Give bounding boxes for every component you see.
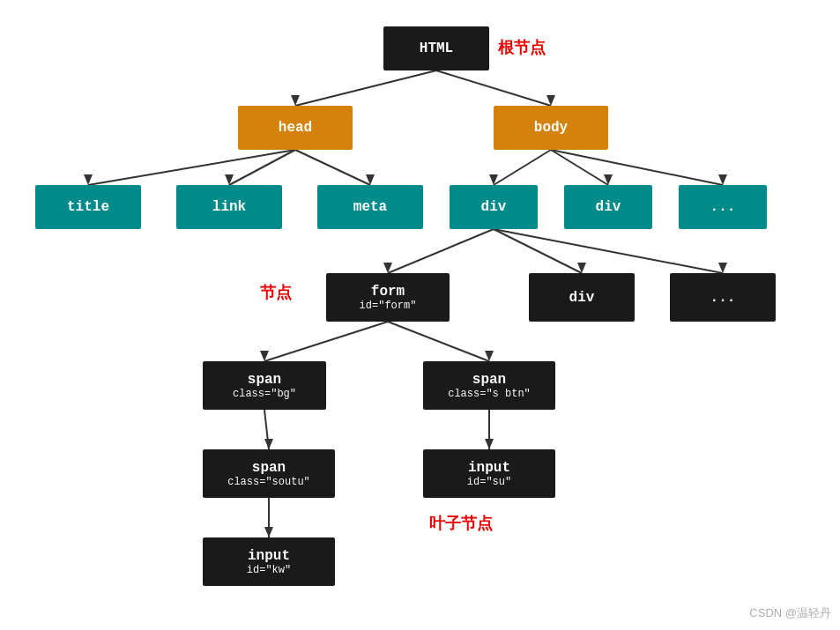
svg-line-1 [436,70,551,106]
svg-marker-22 [604,174,613,185]
svg-marker-23 [718,174,727,185]
svg-marker-25 [577,263,586,273]
node-body: body [494,106,608,150]
node-html: HTML [383,26,489,70]
svg-line-9 [494,229,582,273]
node-input1: input id="su" [423,449,555,498]
svg-line-8 [388,229,494,273]
node-span1: span class="bg" [203,361,326,410]
label-leaf-node: 叶子节点 [429,513,493,534]
svg-line-2 [88,150,295,185]
node-form: form id="form" [326,273,450,322]
svg-line-6 [551,150,608,185]
svg-line-12 [388,322,489,361]
svg-marker-24 [383,263,392,273]
svg-marker-26 [718,263,727,273]
svg-line-7 [551,150,723,185]
node-span2: span class="s btn" [423,361,555,410]
svg-marker-29 [264,439,273,449]
svg-marker-28 [485,351,494,361]
svg-line-3 [229,150,295,185]
svg-marker-19 [225,174,234,185]
label-node: 节点 [260,282,292,303]
svg-line-0 [295,70,436,106]
node-dots2: ... [670,273,776,322]
svg-marker-18 [84,174,93,185]
node-div2: div [564,185,652,229]
svg-marker-20 [366,174,375,185]
svg-line-11 [264,322,388,361]
svg-marker-31 [264,527,273,537]
node-span3: span class="soutu" [203,449,335,498]
svg-line-13 [264,410,269,449]
node-meta: meta [317,185,423,229]
label-root-node: 根节点 [498,37,546,58]
svg-marker-21 [489,174,498,185]
node-div3: div [529,273,635,322]
node-dots1: ... [679,185,767,229]
svg-line-4 [295,150,370,185]
svg-marker-17 [546,95,555,106]
node-title: title [35,185,141,229]
svg-line-10 [494,229,723,273]
node-link: link [176,185,282,229]
svg-marker-27 [260,351,269,361]
diagram: HTML head body title link meta div div .… [0,0,840,630]
svg-line-5 [494,150,551,185]
svg-marker-30 [485,439,494,449]
node-div1: div [450,185,538,229]
svg-marker-16 [291,95,300,106]
node-input2: input id="kw" [203,537,335,586]
watermark: CSDN @温轻丹 [749,605,831,621]
node-head: head [238,106,353,150]
